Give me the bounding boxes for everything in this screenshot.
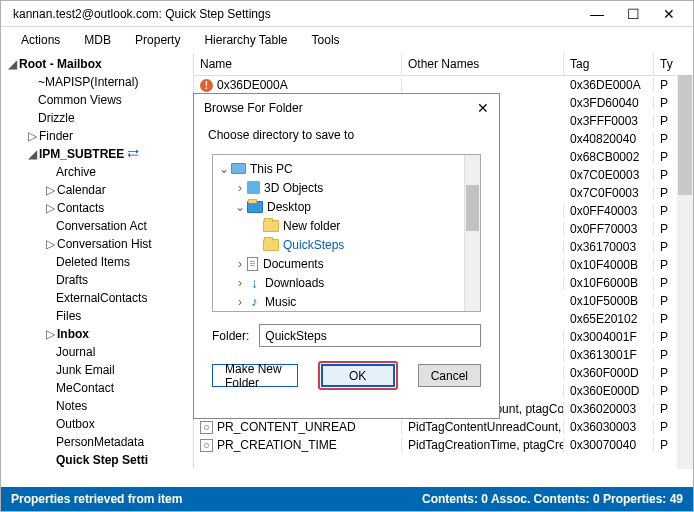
- dialog-close-button[interactable]: ✕: [477, 100, 489, 116]
- make-new-folder-button[interactable]: Make New Folder: [212, 364, 298, 387]
- cell-tag: 0x360F000D: [564, 366, 654, 380]
- tree-root[interactable]: Root - Mailbox: [18, 57, 102, 71]
- expand-icon[interactable]: ▷: [27, 130, 38, 142]
- tree-item[interactable]: Drafts: [55, 273, 88, 287]
- cell-type: P: [654, 438, 678, 452]
- tree-item[interactable]: Finder: [38, 129, 73, 143]
- folder-picker-tree[interactable]: ⌄This PC ›3D Objects ⌄Desktop New folder…: [212, 154, 481, 312]
- status-right: Contents: 0 Assoc. Contents: 0 Propertie…: [422, 492, 683, 506]
- node-quicksteps[interactable]: QuickSteps: [283, 238, 344, 252]
- chevron-right-icon[interactable]: ›: [233, 257, 247, 271]
- tree-item[interactable]: PersonMetadata: [55, 435, 144, 449]
- scroll-thumb[interactable]: [678, 75, 692, 195]
- cell-tag: 0x3613001F: [564, 348, 654, 362]
- chevron-down-icon[interactable]: ⌄: [233, 200, 247, 214]
- tree-item[interactable]: ~MAPISP(Internal): [37, 75, 138, 89]
- expand-icon[interactable]: ▷: [45, 238, 56, 250]
- tree-item[interactable]: Conversation Act: [55, 219, 147, 233]
- link-icon: ⮂: [127, 147, 139, 161]
- property-row[interactable]: !0x36DE000A0x36DE000AP: [194, 76, 693, 94]
- folder-icon: [263, 220, 279, 232]
- node-this-pc[interactable]: This PC: [250, 162, 293, 176]
- tree-item[interactable]: Outbox: [55, 417, 95, 431]
- menu-mdb[interactable]: MDB: [72, 29, 123, 51]
- warning-icon: !: [200, 79, 213, 92]
- node-documents[interactable]: Documents: [263, 257, 324, 271]
- expand-icon[interactable]: ▷: [45, 328, 56, 340]
- cell-tag: 0x10F5000B: [564, 294, 654, 308]
- menu-hierarchy[interactable]: Hierarchy Table: [192, 29, 299, 51]
- cell-type: P: [654, 294, 678, 308]
- chevron-down-icon[interactable]: ⌄: [217, 162, 231, 176]
- property-row[interactable]: PR_CONTENT_UNREADPidTagContentUnreadCoun…: [194, 418, 693, 436]
- tree-item[interactable]: Notes: [55, 399, 87, 413]
- node-desktop[interactable]: Desktop: [267, 200, 311, 214]
- cell-type: P: [654, 420, 678, 434]
- col-tag[interactable]: Tag: [564, 53, 654, 75]
- ok-button[interactable]: OK: [321, 364, 395, 387]
- property-row[interactable]: PR_CREATION_TIMEPidTagCreationTime, ptag…: [194, 436, 693, 454]
- tree-item[interactable]: MeContact: [55, 381, 114, 395]
- tree-item[interactable]: Junk Email: [55, 363, 115, 377]
- expand-icon[interactable]: ▷: [45, 184, 56, 196]
- vertical-scrollbar[interactable]: [677, 75, 693, 469]
- scroll-thumb[interactable]: [466, 185, 479, 231]
- folder-tree[interactable]: ◢Root - Mailbox ~MAPISP(Internal) Common…: [1, 53, 194, 469]
- browse-folder-dialog: Browse For Folder ✕ Choose directory to …: [193, 93, 500, 419]
- property-icon: [200, 421, 213, 434]
- computer-icon: [231, 163, 246, 174]
- close-window-button[interactable]: ✕: [651, 7, 687, 21]
- desktop-icon: [247, 201, 263, 213]
- ok-button-highlight: OK: [318, 361, 398, 390]
- col-other[interactable]: Other Names: [402, 53, 564, 75]
- node-downloads[interactable]: Downloads: [265, 276, 324, 290]
- minimize-button[interactable]: —: [579, 7, 615, 21]
- tree-item[interactable]: ExternalContacts: [55, 291, 147, 305]
- cell-type: P: [654, 132, 678, 146]
- tree-item[interactable]: Drizzle: [37, 111, 75, 125]
- chevron-right-icon[interactable]: ›: [233, 181, 247, 195]
- maximize-button[interactable]: ☐: [615, 7, 651, 21]
- menu-tools[interactable]: Tools: [300, 29, 352, 51]
- menu-property[interactable]: Property: [123, 29, 192, 51]
- cell-type: P: [654, 168, 678, 182]
- cell-other: PidTagCreationTime, ptagCreatio...: [402, 438, 564, 452]
- collapse-icon[interactable]: ◢: [7, 58, 18, 70]
- chevron-right-icon[interactable]: ›: [233, 295, 247, 309]
- tree-item[interactable]: Archive: [55, 165, 96, 179]
- cell-other: PidTagContentUnreadCount, ptag...: [402, 420, 564, 434]
- folder-name-input[interactable]: [259, 324, 481, 347]
- cell-type: P: [654, 240, 678, 254]
- node-new-folder[interactable]: New folder: [283, 219, 340, 233]
- tree-item[interactable]: Contacts: [56, 201, 104, 215]
- node-music[interactable]: Music: [265, 295, 296, 309]
- tree-item[interactable]: Inbox: [56, 327, 89, 341]
- cancel-button[interactable]: Cancel: [418, 364, 481, 387]
- menu-actions[interactable]: Actions: [9, 29, 72, 51]
- collapse-icon[interactable]: ◢: [27, 148, 38, 160]
- tree-item[interactable]: Files: [55, 309, 81, 323]
- tree-item[interactable]: Deleted Items: [55, 255, 130, 269]
- cell-type: P: [654, 348, 678, 362]
- download-icon: ↓: [247, 276, 262, 290]
- property-icon: [200, 439, 213, 452]
- node-3d-objects[interactable]: 3D Objects: [264, 181, 323, 195]
- tree-item[interactable]: Journal: [55, 345, 95, 359]
- cube-icon: [247, 181, 260, 194]
- tree-subtree[interactable]: IPM_SUBTREE: [38, 147, 124, 161]
- cell-tag: 0x3FFF0003: [564, 114, 654, 128]
- folder-icon: [263, 239, 279, 251]
- tree-item[interactable]: Conversation Hist: [56, 237, 152, 251]
- cell-type: P: [654, 330, 678, 344]
- tree-item[interactable]: Calendar: [56, 183, 106, 197]
- chevron-right-icon[interactable]: ›: [233, 276, 247, 290]
- dialog-message: Choose directory to save to: [194, 122, 499, 154]
- col-name[interactable]: Name: [194, 53, 402, 75]
- tree-item-selected[interactable]: Quick Step Setti: [55, 453, 148, 467]
- expand-icon[interactable]: ▷: [45, 202, 56, 214]
- cell-type: P: [654, 222, 678, 236]
- col-ty[interactable]: Ty: [654, 53, 678, 75]
- cell-tag: 0x36DE000A: [564, 78, 654, 92]
- dialog-scrollbar[interactable]: [464, 155, 480, 311]
- tree-item[interactable]: Common Views: [37, 93, 122, 107]
